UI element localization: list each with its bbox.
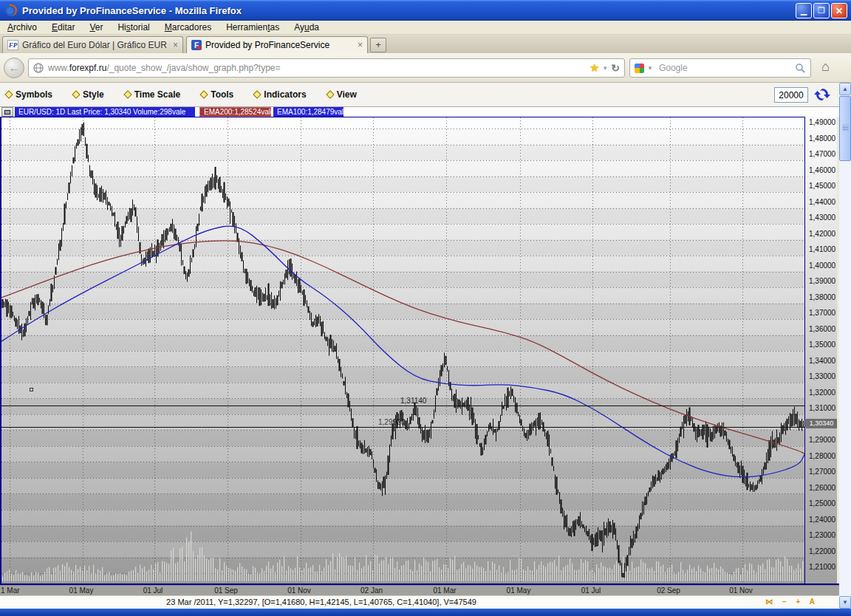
toolbar-symbols[interactable]: Symbols xyxy=(6,89,52,100)
menu-bar: Archivo Editar Ver Historial Marcadores … xyxy=(0,21,851,35)
diamond-icon xyxy=(200,90,208,98)
diamond-icon xyxy=(4,90,13,98)
y-tick-label: 1,34000 xyxy=(809,357,835,365)
minimize-button[interactable]: ▁ xyxy=(796,3,812,18)
y-tick-label: 1,29000 xyxy=(809,436,835,444)
url-text[interactable]: www.forexpf.ru/_quote_show_/java/show_gr… xyxy=(48,63,589,73)
restore-button[interactable]: ❐ xyxy=(813,3,830,18)
toolbar-view[interactable]: View xyxy=(327,89,357,100)
google-icon[interactable] xyxy=(635,64,644,73)
y-tick-label: 1,41000 xyxy=(809,245,835,253)
time-axis[interactable]: 1 Mar01 May01 Jul01 Sep01 Nov02 Jan01 Ma… xyxy=(0,585,839,595)
y-tick-label: 1,39000 xyxy=(809,277,835,285)
y-tick-label: 1,42000 xyxy=(809,230,835,238)
url-dropdown-icon[interactable]: ▼ xyxy=(602,65,608,72)
chart-plot-area[interactable]: 1,31140 1,29920 xyxy=(0,117,804,584)
search-placeholder[interactable]: Google xyxy=(659,63,795,73)
fp-favicon: FP xyxy=(7,40,18,50)
menu-historial[interactable]: Historial xyxy=(110,21,157,34)
tab-strip: FP Gráfico del Euro Dólar | Gráfico EUR … xyxy=(0,35,851,53)
menu-marcadores[interactable]: Marcadores xyxy=(157,21,219,34)
ema100-chip[interactable]: EMA100:1,28479vale xyxy=(273,107,344,117)
y-tick-label: 1,44000 xyxy=(809,198,835,206)
chart-corner-icons[interactable]: ⋈ − + A xyxy=(765,598,818,606)
menu-herramientas[interactable]: Herramientas xyxy=(219,21,287,34)
y-tick-label: 1,23000 xyxy=(809,531,835,539)
x-tick-label: 01 May xyxy=(507,586,531,595)
price-axis[interactable]: 1,30340 1,490001,480001,470001,460001,45… xyxy=(804,117,837,584)
y-tick-label: 1,40000 xyxy=(809,261,835,270)
y-tick-label: 1,26000 xyxy=(809,484,835,492)
tab-provided-by-profinanceservice[interactable]: F Provided by ProFinanceService × xyxy=(186,36,368,53)
reload-icon[interactable]: ↻ xyxy=(611,62,620,74)
window-bottom-border xyxy=(0,609,851,616)
search-box[interactable]: ▼ Google xyxy=(629,58,811,78)
ema200-chip[interactable]: EMA200:1,28524vale xyxy=(199,107,271,117)
navigation-toolbar: ← www.forexpf.ru/_quote_show_/java/show_… xyxy=(0,53,851,83)
toolbar-tools[interactable]: Tools xyxy=(201,89,233,100)
y-tick-label: 1,28000 xyxy=(809,452,835,460)
x-tick-label: 01 Nov xyxy=(729,586,753,595)
chart-header: EUR/USD: 1D Last Price: 1,30340 Volume:2… xyxy=(0,107,839,117)
y-tick-label: 1,27000 xyxy=(809,468,835,476)
symbol-info-chip[interactable]: EUR/USD: 1D Last Price: 1,30340 Volume:2… xyxy=(15,107,195,117)
x-tick-label: 02 Sep xyxy=(657,586,680,595)
x-tick-label: 01 Sep xyxy=(214,586,238,595)
status-bar: 23 Mar /2011, Y=1,32297, [O=1,41680, H=1… xyxy=(0,595,839,609)
chart-toolbar: Symbols Style Time Scale Tools Indicator… xyxy=(0,83,839,107)
menu-ver[interactable]: Ver xyxy=(82,21,110,34)
window-title: Provided by ProFinanceService - Mozilla … xyxy=(22,5,242,16)
refresh-chart-icon[interactable] xyxy=(813,86,831,103)
new-tab-button[interactable]: + xyxy=(370,38,386,52)
chart-properties-icon[interactable] xyxy=(1,107,13,117)
diamond-icon xyxy=(123,90,131,98)
firefox-window: Provided by ProFinanceService - Mozilla … xyxy=(0,0,851,616)
diamond-icon xyxy=(326,90,334,98)
magnifier-icon[interactable] xyxy=(795,63,806,74)
toolbar-indicators[interactable]: Indicators xyxy=(254,89,306,100)
url-bar[interactable]: www.forexpf.ru/_quote_show_/java/show_gr… xyxy=(28,58,625,78)
y-tick-label: 1,25000 xyxy=(809,499,835,507)
bars-count-input[interactable] xyxy=(774,87,808,103)
toolbar-time-scale[interactable]: Time Scale xyxy=(125,89,180,100)
search-engine-dropdown-icon[interactable]: ▼ xyxy=(647,65,653,72)
back-button[interactable]: ← xyxy=(4,58,24,78)
y-tick-label: 1,24000 xyxy=(809,516,835,524)
scroll-down-icon[interactable]: ▼ xyxy=(839,596,851,609)
tab-label: Provided by ProFinanceService xyxy=(205,40,355,50)
home-icon[interactable]: ⌂ xyxy=(821,59,830,75)
menu-editar[interactable]: Editar xyxy=(44,21,82,34)
tab-close-icon[interactable]: × xyxy=(358,40,363,50)
tab-close-icon[interactable]: × xyxy=(173,40,178,50)
tab-label: Gráfico del Euro Dólar | Gráfico EUR USD… xyxy=(22,40,170,50)
x-tick-label: 02 Jan xyxy=(360,586,383,595)
vertical-scrollbar[interactable]: ▲ ▼ xyxy=(839,83,851,609)
toolbar-style[interactable]: Style xyxy=(73,89,104,100)
y-tick-label: 1,21000 xyxy=(809,563,835,571)
x-tick-label: 01 Jul xyxy=(143,586,163,595)
y-tick-label: 1,46000 xyxy=(809,166,835,174)
diamond-icon xyxy=(72,90,80,98)
menu-archivo[interactable]: Archivo xyxy=(0,21,44,34)
crosshair-ohlc-readout: 23 Mar /2011, Y=1,32297, [O=1,41680, H=1… xyxy=(0,598,643,606)
y-tick-label: 1,36000 xyxy=(809,325,835,333)
x-tick-label: 01 May xyxy=(69,586,94,595)
close-button[interactable]: ✕ xyxy=(831,3,847,18)
y-tick-label: 1,45000 xyxy=(809,182,835,190)
scroll-up-icon[interactable]: ▲ xyxy=(839,83,851,95)
x-tick-label: 01 Jul xyxy=(581,586,601,595)
scrollbar-thumb[interactable] xyxy=(839,96,851,161)
y-tick-label: 1,31000 xyxy=(809,404,835,412)
profinance-favicon: F xyxy=(191,40,202,50)
diamond-icon xyxy=(253,90,262,98)
title-bar[interactable]: Provided by ProFinanceService - Mozilla … xyxy=(0,0,851,21)
last-price-tag: 1,30340 xyxy=(806,419,837,428)
bookmark-star-icon[interactable]: ★ xyxy=(589,61,599,75)
drawing-handle[interactable] xyxy=(30,388,33,391)
y-tick-label: 1,35000 xyxy=(809,340,835,349)
tab-grafico-euro-dolar[interactable]: FP Gráfico del Euro Dólar | Gráfico EUR … xyxy=(2,36,183,53)
menu-ayuda[interactable]: Ayuda xyxy=(287,21,327,34)
x-tick-label: 01 Mar xyxy=(433,586,456,595)
y-tick-label: 1,32000 xyxy=(809,389,835,397)
price-chart-canvas[interactable] xyxy=(1,117,804,584)
